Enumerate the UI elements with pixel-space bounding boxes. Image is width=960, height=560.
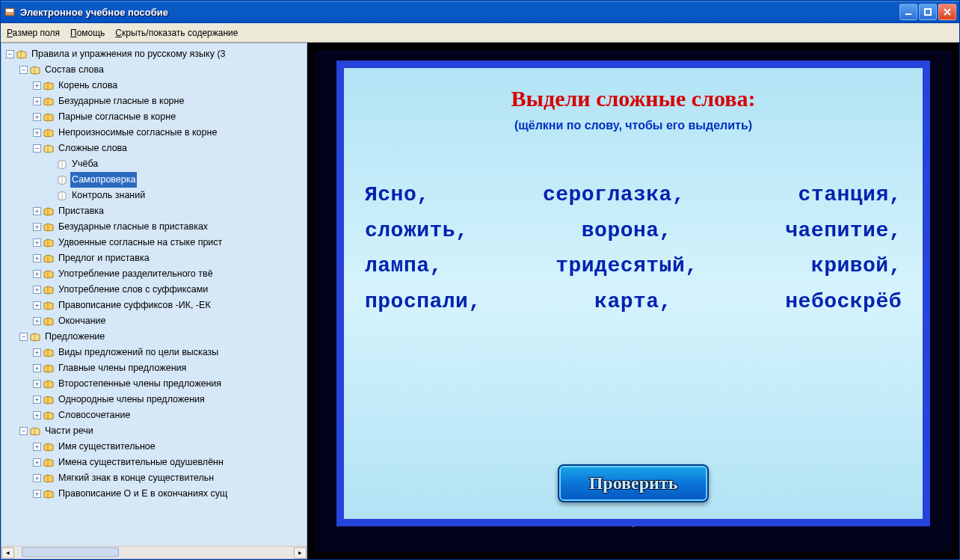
tree-node-odno[interactable]: +Однородные члены предложения bbox=[3, 392, 307, 407]
collapse-icon[interactable]: − bbox=[33, 144, 41, 153]
tree-node-oe[interactable]: +Правописание О и Е в окончаниях сущ bbox=[3, 486, 307, 502]
tree-node-ik_ek[interactable]: +Правописание суффиксов -ИК, -ЕК bbox=[3, 298, 307, 313]
expand-icon[interactable]: + bbox=[33, 207, 41, 215]
expand-icon[interactable]: + bbox=[33, 490, 41, 498]
expand-icon[interactable]: + bbox=[33, 113, 41, 121]
tree-label[interactable]: Виды предложений по цели высказы bbox=[57, 345, 220, 360]
tree-label[interactable]: Второстепенные члены предложения bbox=[57, 376, 223, 392]
expand-icon[interactable]: + bbox=[33, 458, 41, 467]
expand-icon[interactable]: + bbox=[33, 380, 41, 388]
tree-node-slovosoch[interactable]: +Словосочетание bbox=[3, 407, 307, 423]
tree-node-sush[interactable]: +Имя существительное bbox=[3, 439, 307, 455]
tree-label[interactable]: Предлог и приставка bbox=[57, 250, 151, 266]
expand-icon[interactable]: + bbox=[33, 443, 41, 451]
expand-icon[interactable]: + bbox=[33, 411, 41, 419]
tree-node-vidy[interactable]: +Виды предложений по цели высказы bbox=[3, 345, 307, 360]
expand-icon[interactable]: + bbox=[33, 348, 41, 357]
expand-icon[interactable]: + bbox=[33, 317, 41, 325]
tree-label[interactable]: Окончание bbox=[57, 313, 108, 329]
tree-label[interactable]: Имена существительные одушевлённ bbox=[57, 455, 225, 470]
menu-help[interactable]: Помощь bbox=[70, 28, 105, 38]
word-10[interactable]: проспали bbox=[365, 290, 468, 313]
tree-label[interactable]: Состав слова bbox=[43, 62, 105, 78]
tree-node-bezud[interactable]: +Безударные гласные в корне bbox=[3, 93, 307, 109]
tree-label[interactable]: Правописание О и Е в окончаниях сущ bbox=[57, 486, 229, 502]
tree-label[interactable]: Части речи bbox=[43, 423, 95, 439]
expand-icon[interactable]: + bbox=[33, 474, 41, 482]
tree-label[interactable]: Словосочетание bbox=[57, 407, 132, 423]
tree-node-vtoro[interactable]: +Второстепенные члены предложения bbox=[3, 376, 307, 392]
word-1[interactable]: Ясно bbox=[365, 183, 416, 206]
tree-node-predlozhenie[interactable]: −Предложение bbox=[3, 329, 307, 345]
minimize-button[interactable] bbox=[899, 4, 917, 20]
check-button[interactable]: Проверить bbox=[558, 464, 710, 502]
tree-label[interactable]: Главные члены предложения bbox=[57, 360, 188, 376]
word-8[interactable]: тридесятый bbox=[556, 254, 685, 277]
word-5[interactable]: ворона bbox=[582, 219, 659, 242]
tree-node-glavnye[interactable]: +Главные члены предложения bbox=[3, 360, 307, 376]
close-button[interactable] bbox=[938, 4, 956, 20]
tree-node-bezud_pris[interactable]: +Безударные гласные в приставках bbox=[3, 219, 307, 235]
menu-toggle-contents[interactable]: Скрыть/показать содержание bbox=[115, 28, 238, 38]
tree-node-okonchanie[interactable]: +Окончание bbox=[3, 313, 307, 329]
expand-icon[interactable]: + bbox=[33, 129, 41, 137]
collapse-icon[interactable]: − bbox=[6, 50, 14, 58]
tree-label[interactable]: Учёба bbox=[70, 156, 99, 172]
tree-view[interactable]: −Правила и упражнения по русскому языку … bbox=[1, 43, 307, 546]
tree-node-razdel_tv[interactable]: +Употребление разделительного твё bbox=[3, 266, 307, 282]
word-11[interactable]: карта bbox=[594, 290, 659, 313]
expand-icon[interactable]: + bbox=[33, 396, 41, 404]
word-9[interactable]: кривой bbox=[811, 254, 889, 277]
tree-label[interactable]: Употребление слов с суффиксами bbox=[57, 282, 209, 298]
tree-node-koren[interactable]: +Корень слова bbox=[3, 78, 307, 93]
tree-label[interactable]: Однородные члены предложения bbox=[57, 392, 206, 407]
tree-node-parniye[interactable]: +Парные согласные в корне bbox=[3, 109, 307, 125]
tree-node-kontrol[interactable]: Контроль знаний bbox=[3, 188, 307, 203]
tree-label[interactable]: Удвоенные согласные на стыке прист bbox=[57, 235, 224, 250]
tree-node-ucheba[interactable]: Учёба bbox=[3, 156, 307, 172]
tree-node-chasti[interactable]: −Части речи bbox=[3, 423, 307, 439]
menu-field-size[interactable]: Размер поля bbox=[7, 28, 60, 38]
tree-node-slozhnye[interactable]: −Сложные слова bbox=[3, 141, 307, 156]
tree-node-pristavka[interactable]: +Приставка bbox=[3, 203, 307, 219]
word-6[interactable]: чаепитие bbox=[785, 219, 888, 242]
expand-icon[interactable]: + bbox=[33, 301, 41, 310]
tree-label[interactable]: Парные согласные в корне bbox=[57, 109, 177, 125]
expand-icon[interactable]: + bbox=[33, 81, 41, 90]
word-4[interactable]: сложить bbox=[365, 219, 455, 242]
tree-label[interactable]: Приставка bbox=[57, 203, 105, 219]
maximize-button[interactable] bbox=[919, 4, 937, 20]
horizontal-scrollbar[interactable]: ◂ ▸ bbox=[1, 546, 307, 559]
scroll-left-button[interactable]: ◂ bbox=[1, 547, 14, 559]
tree-label[interactable]: Безударные гласные в корне bbox=[57, 93, 185, 109]
tree-label[interactable]: Правила и упражнения по русскому языку (… bbox=[30, 46, 227, 62]
tree-node-udvoennye[interactable]: +Удвоенные согласные на стыке прист bbox=[3, 235, 307, 250]
tree-label[interactable]: Безударные гласные в приставках bbox=[57, 219, 209, 235]
expand-icon[interactable]: + bbox=[33, 223, 41, 231]
tree-node-samoproverka[interactable]: Самопроверка bbox=[3, 172, 307, 188]
scroll-right-button[interactable]: ▸ bbox=[294, 547, 307, 559]
expand-icon[interactable]: + bbox=[33, 97, 41, 105]
tree-label[interactable]: Употребление разделительного твё bbox=[57, 266, 215, 282]
collapse-icon[interactable]: − bbox=[19, 427, 28, 435]
collapse-icon[interactable]: − bbox=[19, 333, 28, 341]
tree-node-predlog[interactable]: +Предлог и приставка bbox=[3, 250, 307, 266]
expand-icon[interactable]: + bbox=[33, 239, 41, 247]
tree-label[interactable]: Предложение bbox=[43, 329, 106, 345]
word-3[interactable]: станция bbox=[799, 183, 889, 206]
word-7[interactable]: лампа bbox=[365, 254, 430, 277]
expand-icon[interactable]: + bbox=[33, 270, 41, 278]
tree-label[interactable]: Правописание суффиксов -ИК, -ЕК bbox=[57, 298, 212, 313]
expand-icon[interactable]: + bbox=[33, 254, 41, 262]
expand-icon[interactable]: + bbox=[33, 364, 41, 372]
tree-label[interactable]: Самопроверка bbox=[70, 172, 137, 188]
tree-node-root[interactable]: −Правила и упражнения по русскому языку … bbox=[3, 46, 307, 62]
collapse-icon[interactable]: − bbox=[19, 66, 28, 74]
tree-label[interactable]: Мягкий знак в конце существительн bbox=[57, 470, 215, 486]
tree-node-odush[interactable]: +Имена существительные одушевлённ bbox=[3, 455, 307, 470]
tree-node-suffix[interactable]: +Употребление слов с суффиксами bbox=[3, 282, 307, 298]
word-12[interactable]: небоскрёб bbox=[785, 290, 902, 313]
tree-node-sostav_slova[interactable]: −Состав слова bbox=[3, 62, 307, 78]
scrollbar-thumb[interactable] bbox=[22, 547, 119, 557]
tree-node-myag[interactable]: +Мягкий знак в конце существительн bbox=[3, 470, 307, 486]
